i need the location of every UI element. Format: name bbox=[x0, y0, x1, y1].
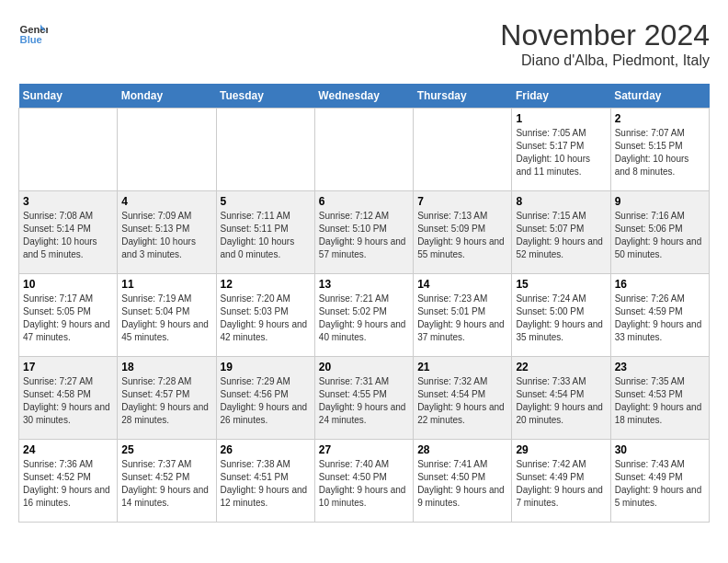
calendar-cell: 18Sunrise: 7:28 AM Sunset: 4:57 PM Dayli… bbox=[118, 357, 216, 440]
day-number: 12 bbox=[221, 278, 311, 291]
calendar-cell: 2Sunrise: 7:07 AM Sunset: 5:15 PM Daylig… bbox=[610, 109, 709, 191]
weekday-header-row: SundayMondayTuesdayWednesdayThursdayFrid… bbox=[19, 84, 710, 109]
day-info: Sunrise: 7:31 AM Sunset: 4:55 PM Dayligh… bbox=[319, 375, 409, 427]
day-info: Sunrise: 7:35 AM Sunset: 4:53 PM Dayligh… bbox=[615, 375, 705, 427]
weekday-header-cell: Tuesday bbox=[216, 84, 314, 109]
calendar-cell: 10Sunrise: 7:17 AM Sunset: 5:05 PM Dayli… bbox=[19, 274, 118, 357]
svg-text:Blue: Blue bbox=[20, 34, 42, 45]
calendar-cell: 25Sunrise: 7:37 AM Sunset: 4:52 PM Dayli… bbox=[118, 440, 216, 523]
day-info: Sunrise: 7:12 AM Sunset: 5:10 PM Dayligh… bbox=[319, 210, 409, 261]
day-info: Sunrise: 7:16 AM Sunset: 5:06 PM Dayligh… bbox=[615, 210, 705, 261]
day-number: 21 bbox=[417, 361, 507, 373]
day-info: Sunrise: 7:19 AM Sunset: 5:04 PM Dayligh… bbox=[121, 293, 211, 344]
calendar-cell: 9Sunrise: 7:16 AM Sunset: 5:06 PM Daylig… bbox=[610, 191, 709, 274]
calendar-cell: 5Sunrise: 7:11 AM Sunset: 5:11 PM Daylig… bbox=[216, 191, 314, 274]
calendar-cell: 22Sunrise: 7:33 AM Sunset: 4:54 PM Dayli… bbox=[512, 357, 610, 440]
calendar-cell: 13Sunrise: 7:21 AM Sunset: 5:02 PM Dayli… bbox=[314, 274, 413, 357]
day-number: 22 bbox=[516, 361, 606, 373]
calendar-cell: 1Sunrise: 7:05 AM Sunset: 5:17 PM Daylig… bbox=[512, 109, 610, 191]
weekday-header-cell: Monday bbox=[118, 84, 216, 109]
day-number: 13 bbox=[319, 278, 409, 291]
day-number: 17 bbox=[23, 361, 113, 373]
day-info: Sunrise: 7:21 AM Sunset: 5:02 PM Dayligh… bbox=[319, 293, 409, 344]
day-number: 20 bbox=[319, 361, 409, 373]
day-info: Sunrise: 7:20 AM Sunset: 5:03 PM Dayligh… bbox=[221, 293, 311, 344]
logo: General Blue bbox=[18, 18, 48, 48]
calendar-cell: 16Sunrise: 7:26 AM Sunset: 4:59 PM Dayli… bbox=[610, 274, 709, 357]
header: General Blue November 2024 Diano d'Alba,… bbox=[18, 18, 710, 69]
calendar-cell: 3Sunrise: 7:08 AM Sunset: 5:14 PM Daylig… bbox=[19, 191, 118, 274]
calendar-cell: 19Sunrise: 7:29 AM Sunset: 4:56 PM Dayli… bbox=[216, 357, 314, 440]
day-number: 11 bbox=[121, 278, 211, 291]
location-title: Diano d'Alba, Piedmont, Italy bbox=[500, 52, 710, 69]
calendar-body: 1Sunrise: 7:05 AM Sunset: 5:17 PM Daylig… bbox=[19, 109, 710, 523]
calendar-cell: 15Sunrise: 7:24 AM Sunset: 5:00 PM Dayli… bbox=[512, 274, 610, 357]
calendar-cell bbox=[19, 109, 118, 191]
day-number: 8 bbox=[516, 195, 606, 208]
weekday-header-cell: Thursday bbox=[414, 84, 512, 109]
weekday-header-cell: Sunday bbox=[19, 84, 118, 109]
day-info: Sunrise: 7:24 AM Sunset: 5:00 PM Dayligh… bbox=[516, 293, 606, 344]
calendar-cell: 12Sunrise: 7:20 AM Sunset: 5:03 PM Dayli… bbox=[216, 274, 314, 357]
day-info: Sunrise: 7:05 AM Sunset: 5:17 PM Dayligh… bbox=[516, 127, 606, 178]
day-info: Sunrise: 7:40 AM Sunset: 4:50 PM Dayligh… bbox=[319, 458, 409, 510]
day-number: 19 bbox=[221, 361, 311, 373]
day-number: 30 bbox=[615, 443, 705, 456]
day-info: Sunrise: 7:42 AM Sunset: 4:49 PM Dayligh… bbox=[516, 458, 606, 510]
day-info: Sunrise: 7:27 AM Sunset: 4:58 PM Dayligh… bbox=[23, 375, 113, 427]
calendar-cell: 4Sunrise: 7:09 AM Sunset: 5:13 PM Daylig… bbox=[118, 191, 216, 274]
calendar-week-row: 24Sunrise: 7:36 AM Sunset: 4:52 PM Dayli… bbox=[19, 440, 710, 523]
calendar-cell: 14Sunrise: 7:23 AM Sunset: 5:01 PM Dayli… bbox=[414, 274, 512, 357]
day-info: Sunrise: 7:43 AM Sunset: 4:49 PM Dayligh… bbox=[615, 458, 705, 510]
calendar-week-row: 1Sunrise: 7:05 AM Sunset: 5:17 PM Daylig… bbox=[19, 109, 710, 191]
day-number: 16 bbox=[615, 278, 705, 291]
day-info: Sunrise: 7:33 AM Sunset: 4:54 PM Dayligh… bbox=[516, 375, 606, 427]
weekday-header-cell: Friday bbox=[512, 84, 610, 109]
day-number: 1 bbox=[516, 112, 606, 125]
day-number: 25 bbox=[121, 443, 211, 456]
day-number: 27 bbox=[319, 443, 409, 456]
calendar-cell: 8Sunrise: 7:15 AM Sunset: 5:07 PM Daylig… bbox=[512, 191, 610, 274]
day-number: 29 bbox=[516, 443, 606, 456]
day-info: Sunrise: 7:36 AM Sunset: 4:52 PM Dayligh… bbox=[23, 458, 113, 510]
calendar-cell: 30Sunrise: 7:43 AM Sunset: 4:49 PM Dayli… bbox=[610, 440, 709, 523]
day-info: Sunrise: 7:41 AM Sunset: 4:50 PM Dayligh… bbox=[417, 458, 507, 510]
calendar-cell bbox=[414, 109, 512, 191]
day-info: Sunrise: 7:23 AM Sunset: 5:01 PM Dayligh… bbox=[417, 293, 507, 344]
day-number: 18 bbox=[121, 361, 211, 373]
calendar-cell bbox=[118, 109, 216, 191]
day-number: 9 bbox=[615, 195, 705, 208]
day-info: Sunrise: 7:09 AM Sunset: 5:13 PM Dayligh… bbox=[121, 210, 211, 261]
calendar-week-row: 17Sunrise: 7:27 AM Sunset: 4:58 PM Dayli… bbox=[19, 357, 710, 440]
day-info: Sunrise: 7:17 AM Sunset: 5:05 PM Dayligh… bbox=[23, 293, 113, 344]
weekday-header-cell: Wednesday bbox=[314, 84, 413, 109]
day-number: 6 bbox=[319, 195, 409, 208]
calendar-cell: 6Sunrise: 7:12 AM Sunset: 5:10 PM Daylig… bbox=[314, 191, 413, 274]
day-number: 7 bbox=[417, 195, 507, 208]
calendar-cell: 26Sunrise: 7:38 AM Sunset: 4:51 PM Dayli… bbox=[216, 440, 314, 523]
day-info: Sunrise: 7:38 AM Sunset: 4:51 PM Dayligh… bbox=[221, 458, 311, 510]
calendar-cell bbox=[216, 109, 314, 191]
day-info: Sunrise: 7:28 AM Sunset: 4:57 PM Dayligh… bbox=[121, 375, 211, 427]
logo-icon: General Blue bbox=[18, 18, 48, 48]
month-title: November 2024 bbox=[500, 18, 710, 52]
calendar-cell: 11Sunrise: 7:19 AM Sunset: 5:04 PM Dayli… bbox=[118, 274, 216, 357]
day-number: 14 bbox=[417, 278, 507, 291]
day-number: 2 bbox=[615, 112, 705, 125]
title-area: November 2024 Diano d'Alba, Piedmont, It… bbox=[500, 18, 710, 69]
weekday-header-cell: Saturday bbox=[610, 84, 709, 109]
day-number: 26 bbox=[221, 443, 311, 456]
day-info: Sunrise: 7:26 AM Sunset: 4:59 PM Dayligh… bbox=[615, 293, 705, 344]
day-info: Sunrise: 7:13 AM Sunset: 5:09 PM Dayligh… bbox=[417, 210, 507, 261]
day-info: Sunrise: 7:37 AM Sunset: 4:52 PM Dayligh… bbox=[121, 458, 211, 510]
day-number: 3 bbox=[23, 195, 113, 208]
calendar-week-row: 10Sunrise: 7:17 AM Sunset: 5:05 PM Dayli… bbox=[19, 274, 710, 357]
calendar-table: SundayMondayTuesdayWednesdayThursdayFrid… bbox=[18, 84, 710, 523]
day-info: Sunrise: 7:11 AM Sunset: 5:11 PM Dayligh… bbox=[221, 210, 311, 261]
day-number: 4 bbox=[121, 195, 211, 208]
day-info: Sunrise: 7:15 AM Sunset: 5:07 PM Dayligh… bbox=[516, 210, 606, 261]
calendar-cell: 24Sunrise: 7:36 AM Sunset: 4:52 PM Dayli… bbox=[19, 440, 118, 523]
day-number: 5 bbox=[221, 195, 311, 208]
calendar-cell: 17Sunrise: 7:27 AM Sunset: 4:58 PM Dayli… bbox=[19, 357, 118, 440]
day-number: 10 bbox=[23, 278, 113, 291]
